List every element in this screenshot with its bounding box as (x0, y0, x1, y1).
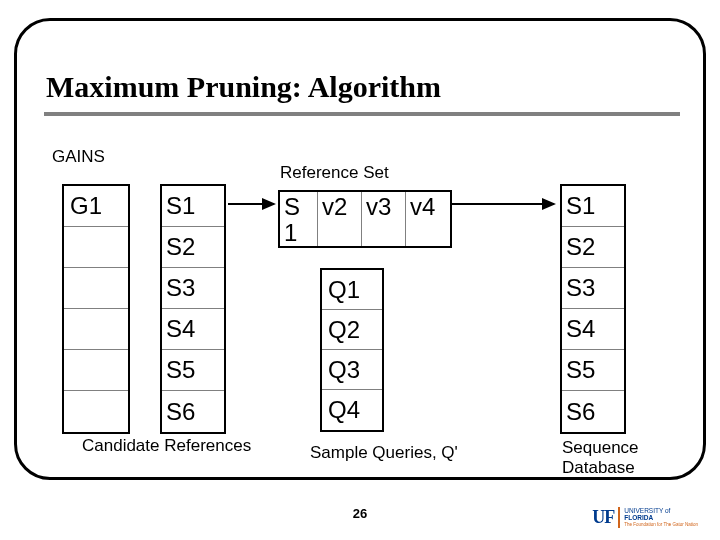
sequence-cell: S2 (562, 227, 624, 268)
title-underline (44, 112, 680, 116)
ref-cell: v4 (406, 192, 450, 246)
uf-logo-name: FLORIDA (624, 514, 698, 521)
query-cell: Q3 (322, 350, 382, 390)
candidate-refs-label: Candidate References (82, 436, 251, 456)
candidate-cell: S3 (162, 268, 224, 309)
uf-logo-text: UNIVERSITY of FLORIDA The Foundation for… (624, 507, 698, 528)
sequence-cell: S4 (562, 309, 624, 350)
sample-queries-label: Sample Queries, Q' (310, 443, 458, 463)
sequence-cell: S6 (562, 391, 624, 432)
sequence-column: S1 S2 S3 S4 S5 S6 (560, 184, 626, 434)
candidate-column: S1 S2 S3 S4 S5 S6 (160, 184, 226, 434)
query-column: Q1 Q2 Q3 Q4 (320, 268, 384, 432)
query-cell: Q4 (322, 390, 382, 430)
gains-cell (64, 227, 128, 268)
candidate-cell: S2 (162, 227, 224, 268)
reference-row: S1 v2 v3 v4 (278, 190, 452, 248)
uf-logo: UF UNIVERSITY of FLORIDA The Foundation … (592, 507, 698, 528)
gains-cell: G1 (64, 186, 128, 227)
reference-set-label: Reference Set (280, 163, 389, 183)
slide-title: Maximum Pruning: Algorithm (46, 70, 441, 104)
ref-cell: v2 (318, 192, 362, 246)
candidate-cell: S4 (162, 309, 224, 350)
candidate-cell: S1 (162, 186, 224, 227)
query-cell: Q1 (322, 270, 382, 310)
ref-cell: S1 (280, 192, 318, 246)
sequence-cell: S5 (562, 350, 624, 391)
sequence-cell: S3 (562, 268, 624, 309)
uf-logo-dept: UNIVERSITY of (624, 507, 698, 514)
ref-cell: v3 (362, 192, 406, 246)
seq-db-label: Sequence Database (562, 438, 639, 478)
gains-cell (64, 391, 128, 432)
gains-column: G1 (62, 184, 130, 434)
candidate-cell: S5 (162, 350, 224, 391)
gains-cell (64, 268, 128, 309)
gains-label: GAINS (52, 147, 105, 167)
uf-logo-tagline: The Foundation for The Gator Nation (624, 521, 698, 528)
uf-logo-mark: UF (592, 507, 620, 528)
gains-cell (64, 350, 128, 391)
candidate-cell: S6 (162, 391, 224, 432)
sequence-cell: S1 (562, 186, 624, 227)
gains-cell (64, 309, 128, 350)
query-cell: Q2 (322, 310, 382, 350)
